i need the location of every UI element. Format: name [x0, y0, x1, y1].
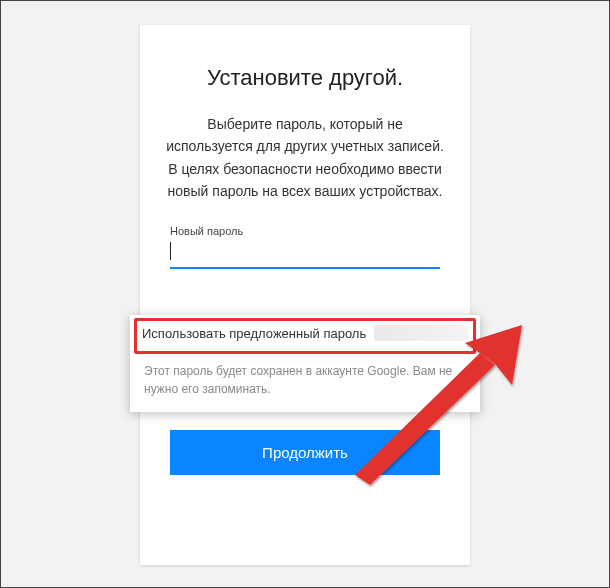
password-suggestion-dropdown: Использовать предложенный пароль Этот па…: [130, 315, 480, 412]
password-field-label: Новый пароль: [170, 225, 440, 237]
submit-button-wrap: Продолжить: [170, 430, 440, 475]
page-frame: Установите другой. Выберите пароль, кото…: [0, 0, 610, 588]
password-card: Установите другой. Выберите пароль, кото…: [140, 25, 470, 565]
new-password-input[interactable]: [170, 241, 440, 269]
continue-button[interactable]: Продолжить: [170, 430, 440, 475]
text-caret: [170, 242, 171, 260]
page-title: Установите другой.: [170, 65, 440, 91]
page-description: Выберите пароль, который не используется…: [166, 113, 444, 203]
suggested-password-value-masked: [374, 325, 468, 341]
use-suggested-password-option[interactable]: Использовать предложенный пароль: [130, 315, 480, 351]
suggestion-hint-text: Этот пароль будет сохранен в аккаунте Go…: [130, 351, 480, 412]
suggested-password-option-label: Использовать предложенный пароль: [142, 326, 366, 341]
password-field-group: Новый пароль: [170, 225, 440, 269]
